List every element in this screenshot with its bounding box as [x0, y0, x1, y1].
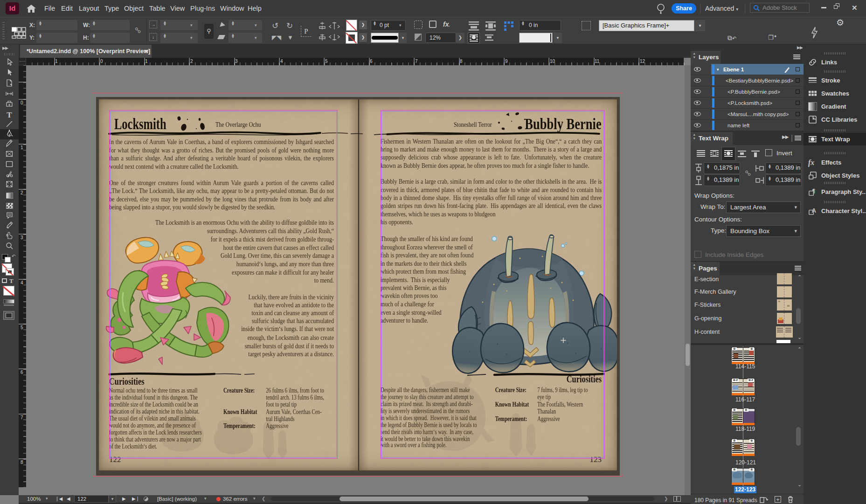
svg-text:A: A	[812, 207, 817, 214]
svg-text:¶: ¶	[812, 187, 816, 194]
